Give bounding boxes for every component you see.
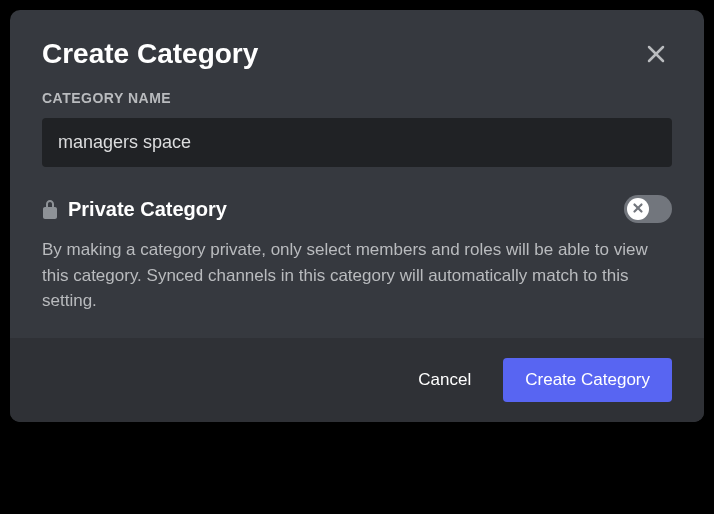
create-category-button[interactable]: Create Category xyxy=(503,358,672,402)
toggle-knob xyxy=(627,198,649,220)
modal-body: CATEGORY NAME Private Category xyxy=(10,90,704,338)
modal-header: Create Category xyxy=(10,10,704,90)
private-toggle[interactable] xyxy=(624,195,672,223)
lock-icon xyxy=(42,199,58,219)
toggle-off-icon xyxy=(632,200,644,218)
private-title: Private Category xyxy=(68,198,227,221)
modal-footer: Cancel Create Category xyxy=(10,338,704,422)
cancel-button[interactable]: Cancel xyxy=(410,360,479,400)
private-section: Private Category By making a category pr… xyxy=(42,195,672,314)
private-description: By making a category private, only selec… xyxy=(42,237,672,314)
close-button[interactable] xyxy=(640,38,672,74)
close-icon xyxy=(644,42,668,70)
private-label-group: Private Category xyxy=(42,198,227,221)
modal-title: Create Category xyxy=(42,38,258,70)
category-name-input[interactable] xyxy=(42,118,672,167)
private-header-row: Private Category xyxy=(42,195,672,223)
create-category-modal: Create Category CATEGORY NAME xyxy=(10,10,704,422)
category-name-label: CATEGORY NAME xyxy=(42,90,672,106)
